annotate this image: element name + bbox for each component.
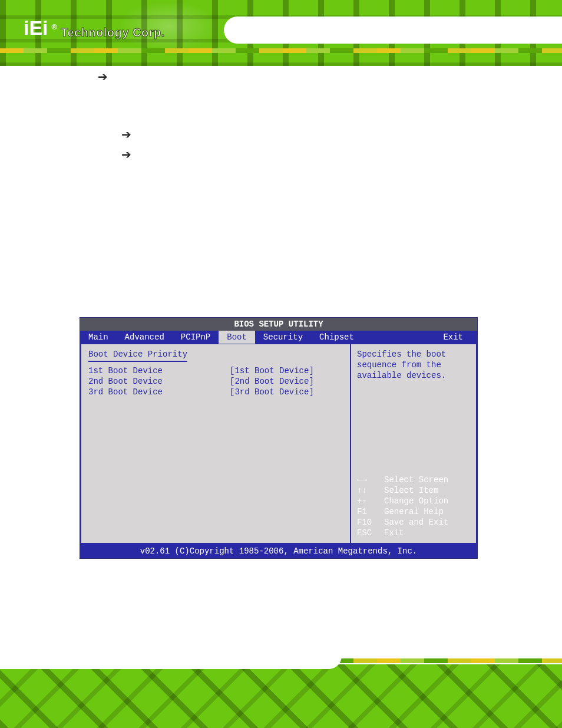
option-enabled: ➔ Enabled Allows the system to use a PS/… xyxy=(0,129,562,140)
legend-value: General Help xyxy=(384,506,444,517)
option-label: PS/2 Mouse Support [Auto] xyxy=(114,71,236,81)
bios-item-label: 3rd Boot Device xyxy=(88,387,230,397)
option-enabled-desc: Allows the system to use a PS/2 mouse. xyxy=(210,129,484,139)
bios-tab-pcipnp[interactable]: PCIPnP xyxy=(173,331,219,344)
option-heading: ➔ PS/2 Mouse Support [Auto] xyxy=(0,71,562,83)
brand-tagline: Technology Corp. xyxy=(61,26,165,39)
bios-right-pane: Specifies the boot sequence from the ava… xyxy=(350,344,477,544)
legend-value: Change Option xyxy=(384,496,448,506)
bios-item-label: 1st Boot Device xyxy=(88,365,230,376)
bios-panel: BIOS SETUP UTILITY Main Advanced PCIPnP … xyxy=(80,317,478,559)
header-band: iEi ® Technology Corp. xyxy=(0,0,562,66)
bios-help: Specifies the boot sequence from the ava… xyxy=(357,349,470,381)
option-auto-desc: The system auto-adjusts PS/2 mouse suppo… xyxy=(259,149,515,170)
bios-item-label: 2nd Boot Device xyxy=(88,376,230,387)
bios-tab-advanced[interactable]: Advanced xyxy=(117,331,173,344)
legend-value: Select Item xyxy=(384,485,438,496)
bios-tab-security[interactable]: Security xyxy=(255,331,311,344)
legend-value: Select Screen xyxy=(384,475,448,485)
boot-device-list: 1st Boot Device 2nd Boot Device 3rd Boot… xyxy=(0,270,562,311)
option-auto: ➔ Auto DEFAULT The system auto-adjusts P… xyxy=(0,149,562,170)
bios-copyright: v02.61 (C)Copyright 1985-2006, American … xyxy=(80,544,477,558)
bios-left-header: Boot Device Priority xyxy=(88,349,187,362)
legend-value: Exit xyxy=(384,528,404,538)
bios-item-value: [2nd Boot Device] xyxy=(230,376,314,387)
bios-title: BIOS SETUP UTILITY xyxy=(80,318,477,331)
bios-tabs: Main Advanced PCIPnP Boot Security Chips… xyxy=(80,331,477,344)
bios-item-value: [1st Boot Device] xyxy=(230,365,314,376)
list-item: 1st Boot Device xyxy=(148,270,562,281)
bios-help-line: Specifies the boot xyxy=(357,349,470,360)
section-intro-1: Use the Boot Device Priority menu (BIOS … xyxy=(0,213,562,228)
brand-logo-text: iEi xyxy=(24,17,48,39)
bios-item[interactable]: 3rd Boot Device [3rd Boot Device] xyxy=(88,387,343,397)
bios-tab-boot[interactable]: Boot xyxy=(219,331,255,344)
section-title: 5.6.2 Boot Device Priority xyxy=(0,190,562,205)
bios-item-value: [3rd Boot Device] xyxy=(230,387,314,397)
bios-tab-main[interactable]: Main xyxy=(80,331,117,344)
header-curve xyxy=(224,17,562,44)
bios-help-line: available devices. xyxy=(357,370,470,381)
legend-value: Save and Exit xyxy=(384,517,448,528)
list-item: 2nd Boot Device xyxy=(148,285,562,296)
figure-caption: BIOS Menu 23: Boot Device Priority Setti… xyxy=(0,569,562,579)
section-intro-2: the available devices. The drive sequenc… xyxy=(0,231,562,245)
bios-item[interactable]: 2nd Boot Device [2nd Boot Device] xyxy=(88,376,343,387)
option-auto-label: Auto xyxy=(138,149,159,170)
bios-tab-chipset[interactable]: Chipset xyxy=(311,331,362,344)
legend-key: ↑↓ xyxy=(357,485,378,496)
bios-help-line: sequence from the xyxy=(357,360,470,370)
section-intro-3: individual device section. xyxy=(0,249,562,263)
list-item: 3rd Boot Device xyxy=(148,301,562,311)
option-desc: Allows the PS/2 mouse support to be adju… xyxy=(0,86,562,100)
bios-body: Boot Device Priority 1st Boot Device [1s… xyxy=(80,344,477,544)
legend-key: F1 xyxy=(357,506,378,517)
bios-item[interactable]: 1st Boot Device [1st Boot Device] xyxy=(88,365,343,376)
legend-key: ←→ xyxy=(357,475,378,485)
legend-key: +- xyxy=(357,496,378,506)
arrow-icon: ➔ xyxy=(98,71,114,83)
document-body: ➔ PS/2 Mouse Support [Auto] Allows the P… xyxy=(0,71,562,579)
legend-key: ESC xyxy=(357,528,378,538)
brand-reg-mark: ® xyxy=(52,22,58,31)
footer-curve xyxy=(0,643,342,669)
legend-key: F10 xyxy=(357,517,378,528)
bios-tab-exit[interactable]: Exit xyxy=(435,331,477,344)
footer-band xyxy=(0,664,562,728)
arrow-icon: ➔ xyxy=(121,149,138,160)
option-enabled-label: Enabled xyxy=(138,129,174,139)
header-stripe xyxy=(0,48,562,53)
option-auto-default: DEFAULT xyxy=(194,149,223,170)
arrow-icon: ➔ xyxy=(121,129,138,140)
bios-legend: ←→Select Screen ↑↓Select Item +-Change O… xyxy=(357,475,470,538)
bios-left-pane: Boot Device Priority 1st Boot Device [1s… xyxy=(80,344,350,544)
brand-block: iEi ® Technology Corp. xyxy=(24,17,165,39)
